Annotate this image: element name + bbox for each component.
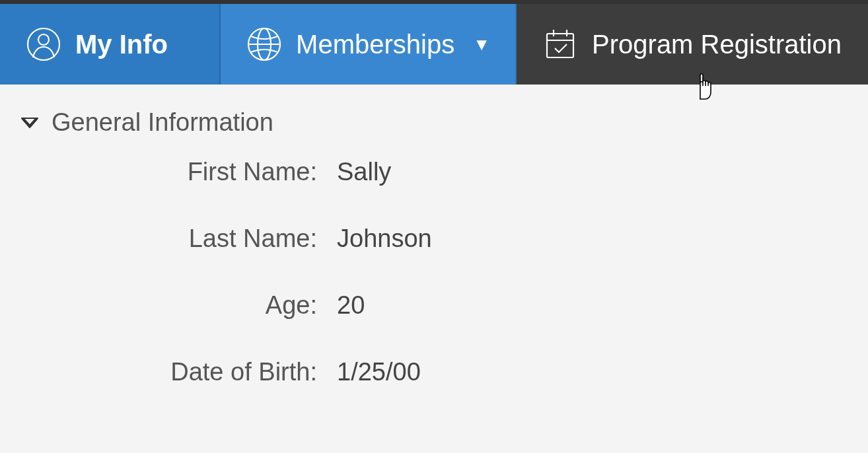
first-name-value: Sally	[337, 158, 848, 186]
age-value: 20	[337, 291, 848, 320]
tab-program-registration[interactable]: Program Registration	[517, 4, 868, 85]
globe-icon	[247, 27, 281, 61]
person-icon	[26, 27, 61, 61]
dob-value: 1/25/00	[337, 358, 848, 386]
last-name-value: Johnson	[337, 225, 848, 253]
general-information-fields: First Name: Sally Last Name: Johnson Age…	[20, 158, 848, 386]
age-label: Age:	[20, 291, 337, 320]
tab-my-info[interactable]: My Info	[0, 4, 221, 85]
chevron-down-icon	[20, 116, 40, 130]
svg-rect-5	[547, 34, 573, 57]
calendar-check-icon	[543, 27, 577, 61]
last-name-label: Last Name:	[20, 225, 337, 253]
section-title: General Information	[52, 108, 273, 137]
chevron-down-icon: ▼	[473, 34, 490, 55]
svg-point-1	[38, 34, 49, 45]
dob-label: Date of Birth:	[20, 358, 337, 386]
first-name-label: First Name:	[20, 158, 337, 186]
tab-memberships[interactable]: Memberships ▼	[221, 4, 517, 85]
content-panel: General Information First Name: Sally La…	[0, 85, 868, 453]
page-root: My Info Memberships ▼	[0, 0, 868, 457]
tab-memberships-label: Memberships	[296, 30, 454, 59]
tab-my-info-label: My Info	[75, 30, 168, 59]
tab-bar: My Info Memberships ▼	[0, 4, 868, 85]
tab-program-registration-label: Program Registration	[592, 30, 842, 59]
section-general-information-header[interactable]: General Information	[20, 104, 848, 158]
